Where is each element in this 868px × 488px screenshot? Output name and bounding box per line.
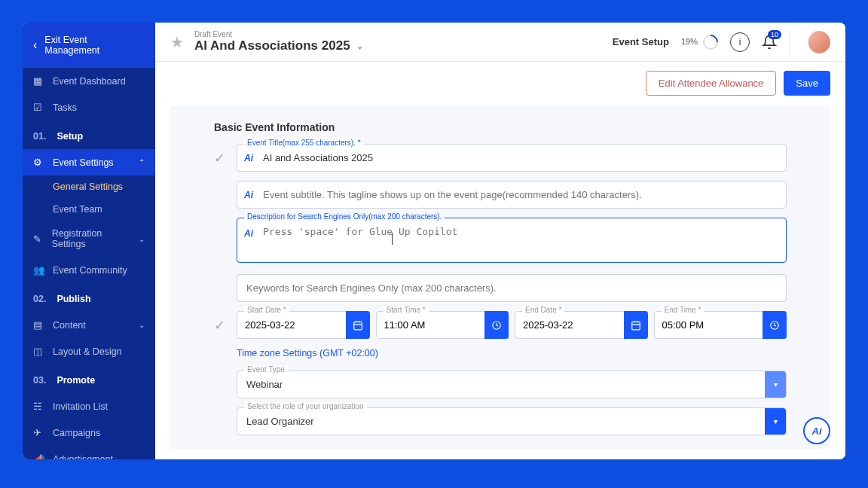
avatar-wrap [789, 31, 830, 53]
save-button[interactable]: Save [784, 71, 830, 96]
sidebar-item-label: Campaigns [53, 428, 100, 438]
sidebar-item-event-dashboard[interactable]: ▦ Event Dashboard [23, 68, 155, 94]
subtitle-field: Ai [237, 181, 787, 209]
role-field: Select the role of your organization Lea… [237, 407, 787, 435]
sidebar-item-event-community[interactable]: 👥 Event Community [23, 257, 155, 283]
clock-icon[interactable] [763, 311, 787, 339]
notification-badge: 10 [768, 30, 781, 39]
timezone-settings-link[interactable]: Time zone Settings (GMT +02:00) [237, 348, 787, 358]
event-title-input[interactable] [237, 144, 787, 172]
description-field: Description for Search Engines Only(max … [237, 218, 787, 265]
keywords-input[interactable] [237, 274, 787, 302]
topbar: ★ Draft Event AI And Associations 2025 ⌄… [155, 23, 845, 62]
sidebar-subitem-general-settings[interactable]: General Settings [23, 175, 155, 198]
calendar-icon[interactable] [624, 311, 648, 339]
app-window: ‹ Exit Event Management ▦ Event Dashboar… [23, 23, 845, 459]
clock-icon[interactable] [484, 311, 509, 339]
event-type-select[interactable]: Webinar ▾ [237, 371, 787, 398]
check-icon: ✓ [214, 150, 228, 166]
favorite-star-icon[interactable]: ★ [170, 33, 184, 51]
section-label: Setup [57, 131, 83, 142]
start-time-label: Start Time * [384, 306, 429, 314]
sidebar-item-label: Content [53, 320, 86, 331]
info-icon-button[interactable]: i [730, 32, 750, 52]
sidebar-section-publish: 02. Publish [23, 283, 155, 312]
calendar-icon[interactable] [346, 311, 370, 339]
field-row-event-title: ✓ Event Title(max 255 characters). * Ai [214, 144, 787, 172]
page-title: AI And Associations 2025 ⌄ [194, 38, 363, 53]
user-avatar[interactable] [808, 31, 830, 53]
sidebar-item-label: Layout & Design [53, 346, 122, 357]
description-textarea[interactable] [237, 218, 787, 263]
content-icon: ▤ [33, 319, 45, 331]
setup-progress: 19% [681, 35, 718, 50]
end-time-label: End Time * [662, 306, 704, 314]
start-time-field: Start Time * [376, 311, 509, 339]
title-dropdown-icon[interactable]: ⌄ [356, 41, 363, 51]
ai-copilot-icon[interactable]: Ai [244, 228, 253, 239]
sidebar-section-promote: 03. Promote [23, 364, 155, 393]
registration-icon: ✎ [33, 233, 44, 245]
event-setup-label: Event Setup [613, 36, 669, 47]
edit-attendee-allowance-button[interactable]: Edit Attendee Allowance [646, 71, 777, 96]
sidebar-item-tasks[interactable]: ☑ Tasks [23, 94, 155, 120]
end-time-field: End Time * [654, 311, 787, 339]
sidebar-item-layout-design[interactable]: ◫ Layout & Design [23, 338, 155, 364]
chevron-down-icon: ⌄ [139, 321, 145, 329]
field-row-description: Description for Search Engines Only(max … [214, 218, 787, 265]
sidebar-item-label: Event Dashboard [53, 76, 126, 87]
sidebar-item-label: Tasks [53, 102, 77, 113]
content-wrap: Basic Event Information ✓ Event Title(ma… [170, 106, 830, 449]
chevron-down-icon: ⌄ [139, 235, 145, 243]
text-cursor [392, 233, 393, 245]
check-icon: ✓ [214, 317, 228, 334]
notifications-button[interactable]: 10 [762, 35, 777, 50]
sidebar-item-invitation-list[interactable]: ☵ Invitation List [23, 393, 155, 419]
draft-label: Draft Event [194, 30, 363, 38]
campaigns-icon: ✈ [33, 427, 45, 438]
event-title-text: AI And Associations 2025 [194, 38, 350, 53]
invitation-icon: ☵ [33, 401, 45, 412]
section-number: 02. [33, 294, 46, 304]
event-title-field: Event Title(max 255 characters). * Ai [237, 144, 787, 172]
sidebar-item-advertisement[interactable]: 📣 Advertisement [23, 446, 155, 459]
field-row-subtitle: Ai [214, 181, 787, 209]
ai-copilot-fab[interactable]: Ai [803, 417, 830, 444]
event-title-label: Event Title(max 255 characters). * [244, 139, 364, 147]
role-label: Select the role of your organization [244, 402, 367, 410]
action-bar: Edit Attendee Allowance Save [155, 62, 845, 96]
dropdown-icon[interactable]: ▾ [765, 408, 786, 435]
sidebar-item-registration-settings[interactable]: ✎ Registration Settings ⌄ [23, 221, 155, 257]
settings-icon: ⚙ [33, 157, 45, 168]
tasks-icon: ☑ [33, 102, 45, 113]
ai-copilot-icon[interactable]: Ai [244, 153, 253, 163]
sidebar-subitem-label: General Settings [53, 181, 123, 192]
role-select[interactable]: Lead Organizer ▾ [237, 407, 787, 435]
sidebar-subitem-event-team[interactable]: Event Team [23, 198, 155, 221]
section-number: 01. [33, 131, 46, 142]
sidebar-item-label: Registration Settings [52, 228, 131, 249]
field-row-event-type: Event Type Webinar ▾ [214, 371, 787, 398]
section-label: Promote [57, 375, 95, 386]
event-type-value: Webinar [246, 379, 283, 390]
field-row-dates: ✓ Start Date * Start Time * [214, 311, 787, 339]
title-block: Draft Event AI And Associations 2025 ⌄ [194, 30, 363, 53]
keywords-field [237, 274, 787, 302]
chevron-up-icon: ⌃ [139, 158, 145, 166]
event-subtitle-input[interactable] [237, 181, 787, 209]
chevron-left-icon: ‹ [33, 38, 37, 52]
advertisement-icon: 📣 [33, 453, 45, 459]
field-row-role: Select the role of your organization Lea… [214, 407, 787, 435]
start-date-field: Start Date * [237, 311, 370, 339]
sidebar-item-campaigns[interactable]: ✈ Campaigns [23, 419, 155, 446]
dashboard-icon: ▦ [33, 75, 45, 87]
layout-icon: ◫ [33, 346, 45, 357]
sidebar-item-content[interactable]: ▤ Content ⌄ [23, 312, 155, 338]
ai-copilot-icon[interactable]: Ai [244, 190, 253, 200]
dropdown-icon[interactable]: ▾ [765, 371, 786, 398]
event-type-field: Event Type Webinar ▾ [237, 371, 787, 398]
form-area: Basic Event Information ✓ Event Title(ma… [214, 121, 787, 449]
exit-event-management-button[interactable]: ‹ Exit Event Management [23, 23, 155, 68]
sidebar-item-event-settings[interactable]: ⚙ Event Settings ⌃ [23, 149, 155, 175]
end-date-label: End Date * [522, 306, 564, 314]
